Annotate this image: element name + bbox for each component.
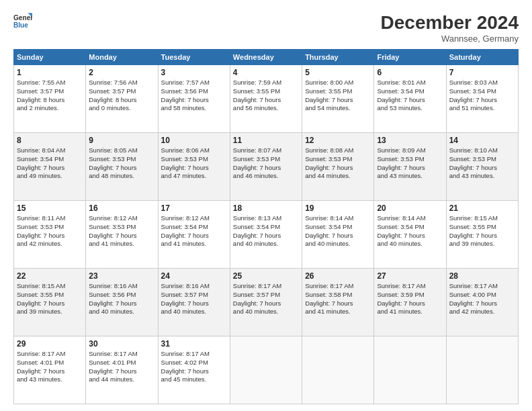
day-info: Sunrise: 8:08 AMSunset: 3:53 PMDaylight:… — [305, 146, 371, 181]
table-row: 15Sunrise: 8:11 AMSunset: 3:53 PMDayligh… — [14, 201, 86, 269]
title-area: December 2024 Wannsee, Germany — [381, 12, 519, 44]
table-row: 14Sunrise: 8:10 AMSunset: 3:53 PMDayligh… — [446, 133, 518, 201]
day-number: 4 — [233, 68, 299, 77]
day-number: 30 — [89, 339, 154, 349]
calendar: Sunday Monday Tuesday Wednesday Thursday… — [13, 49, 519, 404]
table-row: 3Sunrise: 7:57 AMSunset: 3:56 PMDaylight… — [158, 65, 230, 133]
day-number: 5 — [305, 68, 371, 77]
day-number: 8 — [17, 136, 83, 145]
day-number: 24 — [161, 271, 227, 281]
calendar-week-4: 22Sunrise: 8:15 AMSunset: 3:55 PMDayligh… — [14, 269, 519, 336]
day-info: Sunrise: 8:17 AMSunset: 3:58 PMDaylight:… — [305, 282, 371, 316]
day-number: 7 — [449, 68, 515, 77]
table-row: 9Sunrise: 8:05 AMSunset: 3:53 PMDaylight… — [86, 133, 158, 201]
calendar-week-5: 29Sunrise: 8:17 AMSunset: 4:01 PMDayligh… — [14, 336, 519, 404]
day-number: 6 — [377, 68, 443, 77]
table-row: 2Sunrise: 7:56 AMSunset: 3:57 PMDaylight… — [86, 65, 158, 133]
table-row: 23Sunrise: 8:16 AMSunset: 3:56 PMDayligh… — [86, 269, 158, 336]
col-saturday: Saturday — [446, 50, 518, 65]
day-info: Sunrise: 8:17 AMSunset: 4:01 PMDaylight:… — [17, 350, 83, 384]
table-row: 18Sunrise: 8:13 AMSunset: 3:54 PMDayligh… — [230, 201, 302, 269]
day-info: Sunrise: 8:07 AMSunset: 3:53 PMDaylight:… — [233, 146, 299, 181]
page: General Blue December 2024 Wannsee, Germ… — [0, 0, 532, 411]
day-number: 3 — [161, 68, 227, 77]
day-info: Sunrise: 8:14 AMSunset: 3:54 PMDaylight:… — [377, 214, 443, 248]
table-row: 27Sunrise: 8:17 AMSunset: 3:59 PMDayligh… — [374, 269, 446, 336]
day-number: 21 — [449, 203, 515, 213]
table-row — [230, 336, 302, 404]
table-row: 11Sunrise: 8:07 AMSunset: 3:53 PMDayligh… — [230, 133, 302, 201]
day-info: Sunrise: 7:59 AMSunset: 3:55 PMDaylight:… — [233, 79, 299, 113]
location: Wannsee, Germany — [381, 34, 519, 44]
table-row: 10Sunrise: 8:06 AMSunset: 3:53 PMDayligh… — [158, 133, 230, 201]
day-number: 31 — [161, 339, 227, 349]
day-info: Sunrise: 8:13 AMSunset: 3:54 PMDaylight:… — [233, 214, 299, 248]
day-info: Sunrise: 7:56 AMSunset: 3:57 PMDaylight:… — [89, 79, 154, 113]
header: General Blue December 2024 Wannsee, Germ… — [13, 12, 519, 44]
table-row: 19Sunrise: 8:14 AMSunset: 3:54 PMDayligh… — [302, 201, 374, 269]
table-row: 5Sunrise: 8:00 AMSunset: 3:55 PMDaylight… — [302, 65, 374, 133]
day-info: Sunrise: 8:14 AMSunset: 3:54 PMDaylight:… — [305, 214, 371, 248]
calendar-week-1: 1Sunrise: 7:55 AMSunset: 3:57 PMDaylight… — [14, 65, 519, 133]
table-row: 21Sunrise: 8:15 AMSunset: 3:55 PMDayligh… — [446, 201, 518, 269]
table-row: 30Sunrise: 8:17 AMSunset: 4:01 PMDayligh… — [86, 336, 158, 404]
day-info: Sunrise: 8:10 AMSunset: 3:53 PMDaylight:… — [449, 146, 515, 181]
table-row: 7Sunrise: 8:03 AMSunset: 3:54 PMDaylight… — [446, 65, 518, 133]
day-info: Sunrise: 8:17 AMSunset: 4:00 PMDaylight:… — [449, 282, 515, 316]
logo: General Blue — [13, 12, 32, 31]
table-row: 31Sunrise: 8:17 AMSunset: 4:02 PMDayligh… — [158, 336, 230, 404]
day-number: 25 — [233, 271, 299, 281]
day-number: 9 — [89, 136, 154, 145]
day-info: Sunrise: 8:17 AMSunset: 3:57 PMDaylight:… — [233, 282, 299, 316]
table-row: 24Sunrise: 8:16 AMSunset: 3:57 PMDayligh… — [158, 269, 230, 336]
table-row: 13Sunrise: 8:09 AMSunset: 3:53 PMDayligh… — [374, 133, 446, 201]
header-row: Sunday Monday Tuesday Wednesday Thursday… — [14, 50, 519, 65]
day-number: 29 — [17, 339, 83, 349]
table-row: 20Sunrise: 8:14 AMSunset: 3:54 PMDayligh… — [374, 201, 446, 269]
calendar-week-2: 8Sunrise: 8:04 AMSunset: 3:54 PMDaylight… — [14, 133, 519, 201]
table-row: 17Sunrise: 8:12 AMSunset: 3:54 PMDayligh… — [158, 201, 230, 269]
col-friday: Friday — [374, 50, 446, 65]
day-info: Sunrise: 8:17 AMSunset: 4:02 PMDaylight:… — [161, 350, 227, 384]
day-info: Sunrise: 7:57 AMSunset: 3:56 PMDaylight:… — [161, 79, 227, 113]
day-number: 17 — [161, 203, 227, 213]
day-info: Sunrise: 8:15 AMSunset: 3:55 PMDaylight:… — [449, 214, 515, 248]
table-row: 6Sunrise: 8:01 AMSunset: 3:54 PMDaylight… — [374, 65, 446, 133]
table-row — [446, 336, 518, 404]
table-row: 25Sunrise: 8:17 AMSunset: 3:57 PMDayligh… — [230, 269, 302, 336]
day-number: 20 — [377, 203, 443, 213]
day-info: Sunrise: 8:17 AMSunset: 4:01 PMDaylight:… — [89, 350, 154, 384]
day-info: Sunrise: 8:11 AMSunset: 3:53 PMDaylight:… — [17, 214, 83, 248]
day-number: 18 — [233, 203, 299, 213]
col-tuesday: Tuesday — [158, 50, 230, 65]
day-number: 12 — [305, 136, 371, 145]
col-thursday: Thursday — [302, 50, 374, 65]
day-number: 16 — [89, 203, 154, 213]
day-number: 27 — [377, 271, 443, 281]
day-info: Sunrise: 8:15 AMSunset: 3:55 PMDaylight:… — [17, 282, 83, 316]
table-row: 16Sunrise: 8:12 AMSunset: 3:53 PMDayligh… — [86, 201, 158, 269]
day-number: 26 — [305, 271, 371, 281]
table-row — [374, 336, 446, 404]
col-sunday: Sunday — [14, 50, 86, 65]
table-row: 26Sunrise: 8:17 AMSunset: 3:58 PMDayligh… — [302, 269, 374, 336]
table-row: 8Sunrise: 8:04 AMSunset: 3:54 PMDaylight… — [14, 133, 86, 201]
day-info: Sunrise: 8:06 AMSunset: 3:53 PMDaylight:… — [161, 146, 227, 181]
day-number: 11 — [233, 136, 299, 145]
table-row: 12Sunrise: 8:08 AMSunset: 3:53 PMDayligh… — [302, 133, 374, 201]
day-info: Sunrise: 8:16 AMSunset: 3:57 PMDaylight:… — [161, 282, 227, 316]
table-row: 29Sunrise: 8:17 AMSunset: 4:01 PMDayligh… — [14, 336, 86, 404]
day-number: 23 — [89, 271, 154, 281]
day-info: Sunrise: 8:12 AMSunset: 3:54 PMDaylight:… — [161, 214, 227, 248]
day-number: 15 — [17, 203, 83, 213]
table-row — [302, 336, 374, 404]
table-row: 4Sunrise: 7:59 AMSunset: 3:55 PMDaylight… — [230, 65, 302, 133]
day-number: 28 — [449, 271, 515, 281]
day-number: 22 — [17, 271, 83, 281]
col-monday: Monday — [86, 50, 158, 65]
day-info: Sunrise: 8:12 AMSunset: 3:53 PMDaylight:… — [89, 214, 154, 248]
day-info: Sunrise: 8:17 AMSunset: 3:59 PMDaylight:… — [377, 282, 443, 316]
month-title: December 2024 — [381, 12, 519, 34]
day-info: Sunrise: 8:16 AMSunset: 3:56 PMDaylight:… — [89, 282, 154, 316]
day-info: Sunrise: 8:01 AMSunset: 3:54 PMDaylight:… — [377, 79, 443, 113]
